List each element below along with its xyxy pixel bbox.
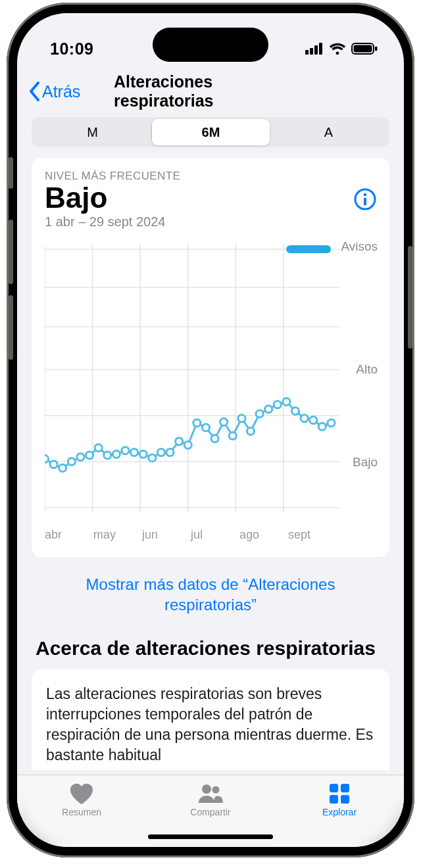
people-icon — [197, 782, 224, 806]
svg-point-44 — [229, 432, 236, 439]
svg-point-36 — [157, 449, 164, 456]
y-label-bajo: Bajo — [353, 455, 378, 470]
chevron-left-icon — [29, 82, 41, 101]
x-tick: jul — [191, 528, 203, 542]
svg-point-24 — [50, 461, 57, 468]
svg-point-8 — [364, 193, 367, 197]
svg-point-56 — [202, 784, 211, 794]
svg-point-51 — [291, 408, 299, 415]
svg-point-52 — [301, 415, 308, 422]
svg-point-49 — [274, 401, 281, 408]
volume-down-button — [9, 295, 13, 360]
summary-label: NIVEL MÁS FRECUENTE — [45, 170, 376, 183]
svg-rect-0 — [305, 50, 309, 55]
svg-point-45 — [238, 415, 245, 422]
y-label-alto: Alto — [356, 362, 378, 377]
about-card: Las alteraciones respiratorias son breve… — [32, 669, 389, 771]
page-title: Alteraciones respiratorias — [114, 72, 307, 110]
svg-point-34 — [139, 450, 147, 458]
svg-point-33 — [131, 449, 138, 456]
heart-icon — [68, 782, 95, 806]
content-scroll[interactable]: M 6M A NIVEL MÁS FRECUENTE Bajo 1 abr – … — [17, 112, 404, 775]
volume-up-button — [9, 220, 13, 284]
back-label: Atrás — [42, 82, 80, 101]
svg-rect-3 — [319, 43, 322, 55]
back-button[interactable]: Atrás — [29, 82, 80, 101]
tab-label: Resumen — [62, 807, 101, 817]
svg-rect-59 — [341, 784, 349, 792]
screen: 10:09 Atrás Alteraciones respiratorias M… — [17, 13, 404, 847]
tab-label: Compartir — [190, 807, 230, 817]
tab-label: Explorar — [322, 807, 357, 817]
x-tick: abr — [45, 528, 62, 542]
wifi-icon — [329, 42, 346, 55]
svg-point-29 — [95, 445, 102, 452]
svg-point-43 — [220, 418, 228, 425]
phone-frame: 10:09 Atrás Alteraciones respiratorias M… — [7, 3, 414, 857]
line-chart — [45, 241, 376, 544]
svg-point-25 — [59, 464, 66, 471]
tab-explorar[interactable]: Explorar — [275, 775, 404, 847]
svg-point-28 — [86, 452, 93, 459]
svg-rect-61 — [341, 795, 349, 804]
svg-rect-60 — [330, 795, 338, 804]
svg-point-30 — [104, 452, 111, 459]
summary-card: NIVEL MÁS FRECUENTE Bajo 1 abr – 29 sept… — [32, 158, 389, 557]
status-icons — [305, 42, 378, 55]
y-label-avisos: Avisos — [341, 239, 378, 254]
nav-bar: Atrás Alteraciones respiratorias — [17, 74, 404, 109]
svg-rect-1 — [310, 48, 313, 55]
svg-point-35 — [149, 454, 156, 462]
about-body: Las alteraciones respiratorias son breve… — [46, 684, 375, 765]
svg-rect-9 — [364, 198, 366, 206]
svg-point-37 — [166, 449, 174, 456]
svg-point-23 — [45, 455, 49, 462]
segment-a[interactable]: A — [270, 119, 387, 145]
range-segmented-control[interactable]: M 6M A — [32, 117, 389, 147]
svg-point-46 — [247, 427, 254, 435]
svg-rect-2 — [314, 45, 318, 55]
dynamic-island — [153, 28, 268, 62]
svg-point-57 — [212, 786, 220, 794]
info-icon[interactable] — [354, 188, 376, 210]
summary-value: Bajo — [45, 183, 165, 213]
x-tick: jun — [142, 528, 158, 542]
svg-point-38 — [176, 438, 183, 445]
silence-switch — [9, 157, 13, 189]
home-indicator[interactable] — [148, 834, 273, 839]
svg-rect-58 — [330, 784, 338, 792]
power-button — [408, 246, 412, 349]
status-time: 10:09 — [50, 39, 93, 59]
svg-point-55 — [328, 420, 335, 427]
about-title: Acerca de alteraciones respiratorias — [17, 633, 404, 669]
x-tick: ago — [239, 528, 259, 542]
svg-point-39 — [184, 441, 191, 448]
svg-point-50 — [283, 398, 290, 406]
svg-point-27 — [77, 454, 84, 461]
segment-6m[interactable]: 6M — [152, 119, 270, 145]
svg-rect-5 — [354, 45, 372, 53]
svg-point-54 — [318, 423, 326, 430]
tab-resumen[interactable]: Resumen — [17, 775, 146, 847]
show-more-link[interactable]: Mostrar más datos de “Alteraciones respi… — [17, 557, 404, 632]
battery-icon — [351, 43, 378, 55]
alerts-range-marker — [286, 245, 331, 253]
cellular-icon — [305, 43, 324, 55]
svg-point-53 — [310, 417, 317, 424]
svg-point-42 — [211, 435, 218, 443]
svg-point-48 — [265, 406, 272, 413]
svg-rect-6 — [375, 47, 378, 51]
svg-point-47 — [256, 410, 263, 418]
svg-point-31 — [112, 450, 120, 458]
chart-area[interactable]: Avisos Alto Bajo abrmayjunjulagosept — [45, 241, 376, 544]
svg-point-40 — [193, 420, 201, 427]
x-axis-labels: abrmayjunjulagosept — [45, 528, 337, 544]
svg-point-26 — [68, 458, 75, 466]
x-tick: may — [93, 528, 116, 542]
summary-range: 1 abr – 29 sept 2024 — [45, 214, 165, 229]
x-tick: sept — [288, 528, 310, 542]
svg-point-41 — [202, 424, 209, 431]
grid-icon — [326, 782, 353, 806]
svg-point-32 — [122, 447, 129, 454]
segment-m[interactable]: M — [34, 119, 151, 145]
